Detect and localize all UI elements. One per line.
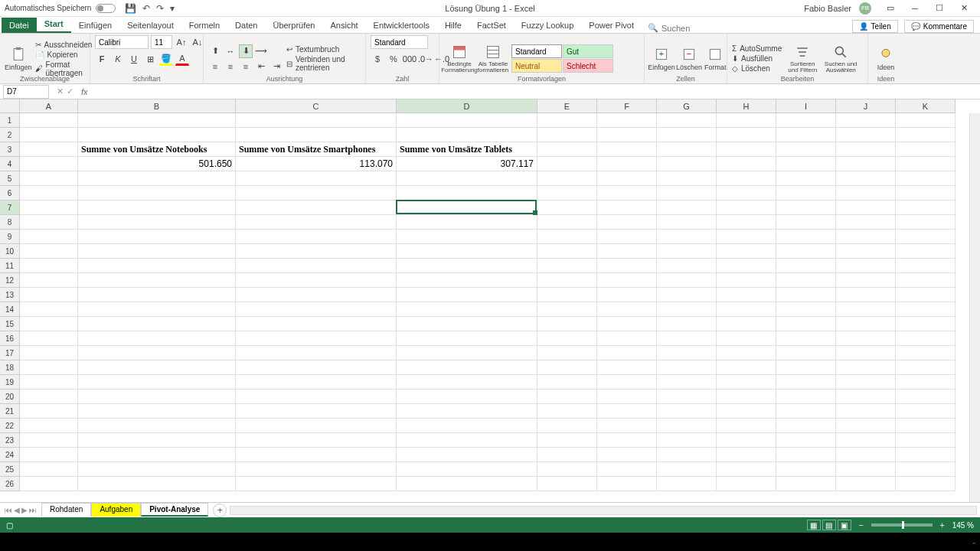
cell-E19[interactable] bbox=[537, 375, 597, 390]
cell-A14[interactable] bbox=[20, 302, 78, 317]
cell-A7[interactable] bbox=[20, 201, 78, 215]
cell-H13[interactable] bbox=[717, 288, 776, 302]
row-header-24[interactable]: 24 bbox=[0, 448, 20, 462]
cell-H20[interactable] bbox=[717, 390, 776, 404]
cell-D3[interactable]: Summe von Umsätze Tablets bbox=[397, 142, 537, 157]
cell-A15[interactable] bbox=[20, 317, 78, 331]
row-header-1[interactable]: 1 bbox=[0, 113, 20, 128]
cell-A13[interactable] bbox=[20, 288, 78, 302]
cell-G1[interactable] bbox=[657, 113, 717, 128]
zoom-in-icon[interactable]: + bbox=[940, 521, 945, 530]
column-header-E[interactable]: E bbox=[537, 99, 597, 113]
indent-decrease-icon[interactable]: ⇤ bbox=[254, 60, 268, 73]
find-select-button[interactable]: Suchen und Auswählen bbox=[823, 40, 858, 78]
cell-C20[interactable] bbox=[236, 390, 397, 404]
column-header-A[interactable]: A bbox=[20, 99, 78, 113]
cell-E8[interactable] bbox=[537, 215, 597, 230]
style-neutral[interactable]: Neutral bbox=[511, 59, 562, 73]
cell-C18[interactable] bbox=[236, 360, 397, 375]
cell-G21[interactable] bbox=[657, 404, 717, 419]
cell-H16[interactable] bbox=[717, 331, 776, 346]
cell-B6[interactable] bbox=[78, 186, 236, 201]
minimize-icon[interactable]: ─ bbox=[903, 2, 926, 15]
cell-A3[interactable] bbox=[20, 142, 78, 157]
style-schlecht[interactable]: Schlecht bbox=[563, 59, 613, 73]
cell-G20[interactable] bbox=[657, 390, 717, 404]
cell-I11[interactable] bbox=[776, 259, 836, 273]
cell-F24[interactable] bbox=[597, 448, 657, 462]
cell-A6[interactable] bbox=[20, 186, 78, 201]
cell-C6[interactable] bbox=[236, 186, 397, 201]
wrap-text-button[interactable]: ↩Textumbruch bbox=[286, 45, 361, 54]
cell-H12[interactable] bbox=[717, 273, 776, 288]
cell-A23[interactable] bbox=[20, 433, 78, 448]
toggle-switch[interactable] bbox=[96, 4, 116, 13]
cell-G18[interactable] bbox=[657, 360, 717, 375]
cell-D21[interactable] bbox=[397, 404, 537, 419]
cell-I10[interactable] bbox=[776, 244, 836, 259]
row-header-9[interactable]: 9 bbox=[0, 230, 20, 244]
cell-A24[interactable] bbox=[20, 448, 78, 462]
cell-I23[interactable] bbox=[776, 433, 836, 448]
row-header-12[interactable]: 12 bbox=[0, 273, 20, 288]
cell-D24[interactable] bbox=[397, 448, 537, 462]
cell-A21[interactable] bbox=[20, 404, 78, 419]
cell-D10[interactable] bbox=[397, 244, 537, 259]
cell-I17[interactable] bbox=[776, 346, 836, 360]
cell-K24[interactable] bbox=[896, 448, 956, 462]
cell-J12[interactable] bbox=[836, 273, 896, 288]
cell-E26[interactable] bbox=[537, 477, 597, 491]
cell-K12[interactable] bbox=[896, 273, 956, 288]
cell-B10[interactable] bbox=[78, 244, 236, 259]
cell-K14[interactable] bbox=[896, 302, 956, 317]
sheet-tab-rohdaten[interactable]: Rohdaten bbox=[41, 503, 91, 517]
cell-C17[interactable] bbox=[236, 346, 397, 360]
zoom-slider[interactable] bbox=[871, 523, 933, 527]
cell-G8[interactable] bbox=[657, 215, 717, 230]
cell-I8[interactable] bbox=[776, 215, 836, 230]
cell-K11[interactable] bbox=[896, 259, 956, 273]
row-header-14[interactable]: 14 bbox=[0, 302, 20, 317]
cell-E17[interactable] bbox=[537, 346, 597, 360]
tab-entwicklertools[interactable]: Entwicklertools bbox=[366, 18, 437, 33]
cell-C11[interactable] bbox=[236, 259, 397, 273]
cell-I20[interactable] bbox=[776, 390, 836, 404]
cell-I7[interactable] bbox=[776, 201, 836, 215]
record-macro-icon[interactable]: ▢ bbox=[6, 521, 13, 530]
cell-G17[interactable] bbox=[657, 346, 717, 360]
cell-A8[interactable] bbox=[20, 215, 78, 230]
align-center-icon[interactable]: ≡ bbox=[224, 60, 237, 73]
cell-J8[interactable] bbox=[836, 215, 896, 230]
tab-ueberpruefen[interactable]: Überprüfen bbox=[265, 18, 322, 33]
cell-C24[interactable] bbox=[236, 448, 397, 462]
cell-J13[interactable] bbox=[836, 288, 896, 302]
avatar[interactable]: FB bbox=[859, 2, 871, 15]
name-box[interactable]: D7 bbox=[3, 85, 49, 99]
cell-E5[interactable] bbox=[537, 171, 597, 186]
row-header-23[interactable]: 23 bbox=[0, 433, 20, 448]
currency-icon[interactable]: $ bbox=[371, 52, 384, 66]
cell-F8[interactable] bbox=[597, 215, 657, 230]
cell-K26[interactable] bbox=[896, 477, 956, 491]
underline-button[interactable]: U bbox=[127, 52, 141, 66]
increase-decimal-icon[interactable]: .0→ bbox=[419, 52, 433, 66]
tab-fuzzy[interactable]: Fuzzy Lookup bbox=[514, 18, 581, 33]
cell-H6[interactable] bbox=[717, 186, 776, 201]
row-header-7[interactable]: 7 bbox=[0, 201, 20, 215]
cell-B12[interactable] bbox=[78, 273, 236, 288]
cell-C16[interactable] bbox=[236, 331, 397, 346]
cancel-formula-icon[interactable]: ✕ bbox=[57, 86, 64, 96]
row-header-3[interactable]: 3 bbox=[0, 142, 20, 157]
cell-D13[interactable] bbox=[397, 288, 537, 302]
cell-B7[interactable] bbox=[78, 201, 236, 215]
cell-A5[interactable] bbox=[20, 171, 78, 186]
cell-H26[interactable] bbox=[717, 477, 776, 491]
cell-B2[interactable] bbox=[78, 128, 236, 142]
cell-D26[interactable] bbox=[397, 477, 537, 491]
cell-G16[interactable] bbox=[657, 331, 717, 346]
cell-D20[interactable] bbox=[397, 390, 537, 404]
maximize-icon[interactable]: ☐ bbox=[928, 2, 951, 15]
cell-J21[interactable] bbox=[836, 404, 896, 419]
cell-E24[interactable] bbox=[537, 448, 597, 462]
cell-F14[interactable] bbox=[597, 302, 657, 317]
